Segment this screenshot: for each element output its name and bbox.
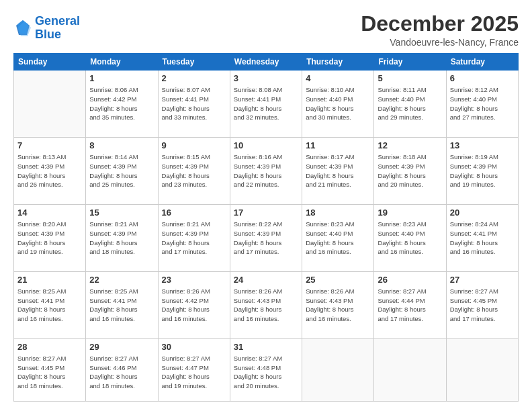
day-number: 22 (89, 275, 154, 285)
day-cell: 27Sunrise: 8:27 AMSunset: 4:45 PMDayligh… (446, 271, 518, 338)
day-number: 31 (234, 342, 298, 352)
day-info: Sunrise: 8:23 AMSunset: 4:40 PMDaylight:… (378, 220, 442, 257)
day-info: Sunrise: 8:21 AMSunset: 4:39 PMDaylight:… (162, 220, 226, 257)
day-info: Sunrise: 8:14 AMSunset: 4:39 PMDaylight:… (89, 152, 154, 189)
day-cell (446, 338, 518, 401)
day-cell: 11Sunrise: 8:17 AMSunset: 4:39 PMDayligh… (302, 138, 374, 205)
logo-icon (13, 19, 32, 38)
day-number: 2 (162, 73, 226, 83)
header: General Blue December 2025 Vandoeuvre-le… (13, 12, 519, 48)
day-number: 3 (234, 73, 298, 83)
day-info: Sunrise: 8:27 AMSunset: 4:47 PMDaylight:… (162, 354, 226, 391)
day-number: 23 (162, 275, 226, 285)
day-number: 15 (89, 208, 154, 218)
day-cell: 20Sunrise: 8:24 AMSunset: 4:41 PMDayligh… (446, 205, 518, 272)
day-cell: 22Sunrise: 8:25 AMSunset: 4:41 PMDayligh… (86, 271, 158, 338)
day-cell: 31Sunrise: 8:27 AMSunset: 4:48 PMDayligh… (230, 338, 302, 401)
day-info: Sunrise: 8:16 AMSunset: 4:39 PMDaylight:… (234, 152, 298, 189)
calendar-header-saturday: Saturday (446, 54, 518, 71)
day-info: Sunrise: 8:15 AMSunset: 4:39 PMDaylight:… (162, 152, 226, 189)
calendar-header-row: SundayMondayTuesdayWednesdayThursdayFrid… (14, 54, 519, 71)
month-title: December 2025 (361, 12, 519, 36)
day-number: 18 (306, 208, 370, 218)
day-cell: 12Sunrise: 8:18 AMSunset: 4:39 PMDayligh… (374, 138, 446, 205)
day-info: Sunrise: 8:27 AMSunset: 4:44 PMDaylight:… (378, 287, 442, 324)
day-info: Sunrise: 8:12 AMSunset: 4:40 PMDaylight:… (450, 85, 515, 122)
day-info: Sunrise: 8:21 AMSunset: 4:39 PMDaylight:… (89, 220, 154, 257)
day-cell: 29Sunrise: 8:27 AMSunset: 4:46 PMDayligh… (86, 338, 158, 401)
day-cell: 5Sunrise: 8:11 AMSunset: 4:40 PMDaylight… (374, 71, 446, 138)
day-cell: 4Sunrise: 8:10 AMSunset: 4:40 PMDaylight… (302, 71, 374, 138)
day-info: Sunrise: 8:26 AMSunset: 4:43 PMDaylight:… (234, 287, 298, 324)
day-info: Sunrise: 8:27 AMSunset: 4:48 PMDaylight:… (234, 354, 298, 391)
calendar: SundayMondayTuesdayWednesdayThursdayFrid… (13, 53, 519, 402)
logo: General Blue (13, 15, 80, 42)
title-block: December 2025 Vandoeuvre-les-Nancy, Fran… (361, 12, 519, 48)
calendar-header-tuesday: Tuesday (158, 54, 230, 71)
week-row-5: 28Sunrise: 8:27 AMSunset: 4:45 PMDayligh… (14, 338, 519, 401)
day-cell: 26Sunrise: 8:27 AMSunset: 4:44 PMDayligh… (374, 271, 446, 338)
day-cell (374, 338, 446, 401)
day-info: Sunrise: 8:11 AMSunset: 4:40 PMDaylight:… (378, 85, 442, 122)
day-number: 5 (378, 73, 442, 83)
day-number: 12 (378, 140, 442, 150)
day-number: 17 (234, 208, 298, 218)
day-number: 20 (450, 208, 515, 218)
day-info: Sunrise: 8:27 AMSunset: 4:46 PMDaylight:… (89, 354, 154, 391)
day-info: Sunrise: 8:26 AMSunset: 4:43 PMDaylight:… (306, 287, 370, 324)
calendar-header-sunday: Sunday (14, 54, 86, 71)
day-number: 29 (89, 342, 154, 352)
day-cell: 25Sunrise: 8:26 AMSunset: 4:43 PMDayligh… (302, 271, 374, 338)
day-number: 27 (450, 275, 515, 285)
day-info: Sunrise: 8:24 AMSunset: 4:41 PMDaylight:… (450, 220, 515, 257)
day-number: 24 (234, 275, 298, 285)
day-number: 8 (89, 140, 154, 150)
day-cell: 14Sunrise: 8:20 AMSunset: 4:39 PMDayligh… (14, 205, 86, 272)
day-number: 1 (89, 73, 154, 83)
day-number: 16 (162, 208, 226, 218)
day-number: 7 (17, 140, 82, 150)
location: Vandoeuvre-les-Nancy, France (361, 37, 519, 48)
day-info: Sunrise: 8:07 AMSunset: 4:41 PMDaylight:… (162, 85, 226, 122)
day-number: 30 (162, 342, 226, 352)
day-number: 25 (306, 275, 370, 285)
week-row-3: 14Sunrise: 8:20 AMSunset: 4:39 PMDayligh… (14, 205, 519, 272)
day-info: Sunrise: 8:25 AMSunset: 4:41 PMDaylight:… (89, 287, 154, 324)
day-cell: 28Sunrise: 8:27 AMSunset: 4:45 PMDayligh… (14, 338, 86, 401)
day-number: 21 (17, 275, 82, 285)
day-cell: 13Sunrise: 8:19 AMSunset: 4:39 PMDayligh… (446, 138, 518, 205)
day-cell: 19Sunrise: 8:23 AMSunset: 4:40 PMDayligh… (374, 205, 446, 272)
day-info: Sunrise: 8:27 AMSunset: 4:45 PMDaylight:… (17, 354, 82, 391)
week-row-4: 21Sunrise: 8:25 AMSunset: 4:41 PMDayligh… (14, 271, 519, 338)
calendar-header-thursday: Thursday (302, 54, 374, 71)
day-cell: 3Sunrise: 8:08 AMSunset: 4:41 PMDaylight… (230, 71, 302, 138)
day-info: Sunrise: 8:17 AMSunset: 4:39 PMDaylight:… (306, 152, 370, 189)
day-info: Sunrise: 8:26 AMSunset: 4:42 PMDaylight:… (162, 287, 226, 324)
day-number: 19 (378, 208, 442, 218)
day-cell: 10Sunrise: 8:16 AMSunset: 4:39 PMDayligh… (230, 138, 302, 205)
day-number: 9 (162, 140, 226, 150)
logo-general: General (35, 14, 80, 28)
logo-blue: Blue (35, 28, 61, 41)
day-cell: 17Sunrise: 8:22 AMSunset: 4:39 PMDayligh… (230, 205, 302, 272)
day-info: Sunrise: 8:19 AMSunset: 4:39 PMDaylight:… (450, 152, 515, 189)
day-cell: 15Sunrise: 8:21 AMSunset: 4:39 PMDayligh… (86, 205, 158, 272)
logo-text: General Blue (35, 15, 80, 42)
calendar-header-monday: Monday (86, 54, 158, 71)
day-info: Sunrise: 8:13 AMSunset: 4:39 PMDaylight:… (17, 152, 82, 189)
week-row-2: 7Sunrise: 8:13 AMSunset: 4:39 PMDaylight… (14, 138, 519, 205)
day-info: Sunrise: 8:25 AMSunset: 4:41 PMDaylight:… (17, 287, 82, 324)
day-cell: 16Sunrise: 8:21 AMSunset: 4:39 PMDayligh… (158, 205, 230, 272)
day-info: Sunrise: 8:23 AMSunset: 4:40 PMDaylight:… (306, 220, 370, 257)
day-cell: 21Sunrise: 8:25 AMSunset: 4:41 PMDayligh… (14, 271, 86, 338)
week-row-1: 1Sunrise: 8:06 AMSunset: 4:42 PMDaylight… (14, 71, 519, 138)
day-number: 26 (378, 275, 442, 285)
day-cell: 1Sunrise: 8:06 AMSunset: 4:42 PMDaylight… (86, 71, 158, 138)
day-number: 28 (17, 342, 82, 352)
day-info: Sunrise: 8:22 AMSunset: 4:39 PMDaylight:… (234, 220, 298, 257)
day-cell: 30Sunrise: 8:27 AMSunset: 4:47 PMDayligh… (158, 338, 230, 401)
day-info: Sunrise: 8:08 AMSunset: 4:41 PMDaylight:… (234, 85, 298, 122)
day-info: Sunrise: 8:06 AMSunset: 4:42 PMDaylight:… (89, 85, 154, 122)
day-cell: 7Sunrise: 8:13 AMSunset: 4:39 PMDaylight… (14, 138, 86, 205)
day-number: 14 (17, 208, 82, 218)
